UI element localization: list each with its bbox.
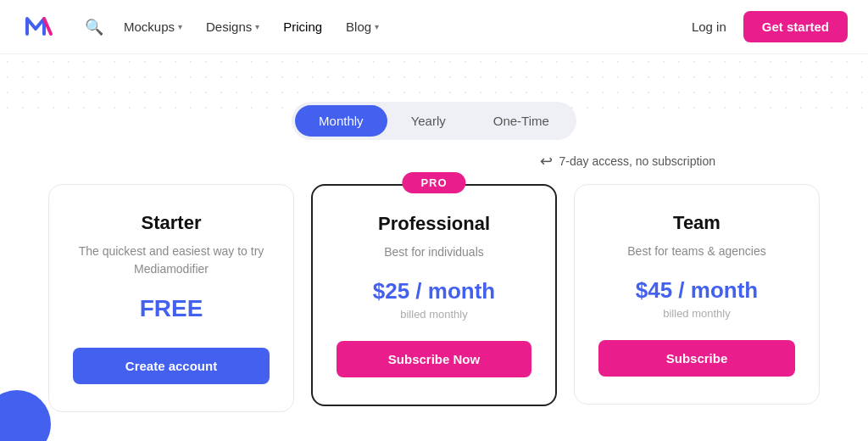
search-icon[interactable]: 🔍	[85, 18, 103, 36]
pricing-cards: Starter The quickest and easiest way to …	[21, 184, 847, 412]
get-started-button[interactable]: Get started	[743, 11, 848, 42]
starter-subtitle: The quickest and easiest way to try Medi…	[73, 243, 270, 278]
monthly-tab[interactable]: Monthly	[295, 105, 387, 137]
nav-right: Log in Get started	[692, 11, 848, 42]
arrow-icon: ↩	[540, 152, 553, 170]
team-price: $45 / month	[636, 277, 758, 304]
starter-price: FREE	[140, 295, 203, 322]
onetime-note: ↩ 7-day access, no subscription	[540, 152, 715, 170]
logo[interactable]	[20, 7, 58, 47]
team-card: Team Best for teams & agencies $45 / mon…	[574, 184, 820, 405]
chevron-down-icon: ▾	[255, 22, 259, 31]
subscribe-now-button[interactable]: Subscribe Now	[337, 341, 531, 377]
pricing-toggle: Monthly Yearly One-Time	[292, 102, 576, 140]
login-link[interactable]: Log in	[692, 20, 726, 34]
nav-links: Mockups ▾ Designs ▾ Pricing Blog ▾	[124, 20, 671, 34]
subscribe-button[interactable]: Subscribe	[598, 340, 795, 377]
nav-designs[interactable]: Designs ▾	[206, 20, 259, 34]
team-subtitle: Best for teams & agencies	[627, 243, 765, 260]
chevron-down-icon: ▾	[375, 22, 379, 31]
yearly-tab[interactable]: Yearly	[387, 105, 470, 137]
team-billing: billed monthly	[663, 307, 731, 320]
nav-mockups[interactable]: Mockups ▾	[124, 20, 182, 34]
team-title: Team	[673, 212, 721, 234]
create-account-button[interactable]: Create account	[73, 348, 270, 384]
chevron-down-icon: ▾	[178, 22, 182, 31]
nav-blog[interactable]: Blog ▾	[346, 20, 379, 34]
pro-badge: PRO	[402, 172, 465, 193]
professional-billing: billed monthly	[400, 308, 468, 321]
starter-title: Starter	[142, 212, 202, 234]
main-content: Monthly Yearly One-Time ↩ 7-day access, …	[0, 54, 868, 412]
nav-pricing[interactable]: Pricing	[283, 20, 322, 34]
navbar: 🔍 Mockups ▾ Designs ▾ Pricing Blog ▾ Log…	[0, 0, 868, 54]
onetime-tab[interactable]: One-Time	[470, 105, 573, 137]
professional-price: $25 / month	[373, 278, 495, 304]
professional-subtitle: Best for individuals	[384, 243, 484, 261]
starter-card: Starter The quickest and easiest way to …	[48, 184, 294, 412]
professional-title: Professional	[378, 213, 490, 235]
professional-card: PRO Professional Best for individuals $2…	[311, 184, 557, 406]
